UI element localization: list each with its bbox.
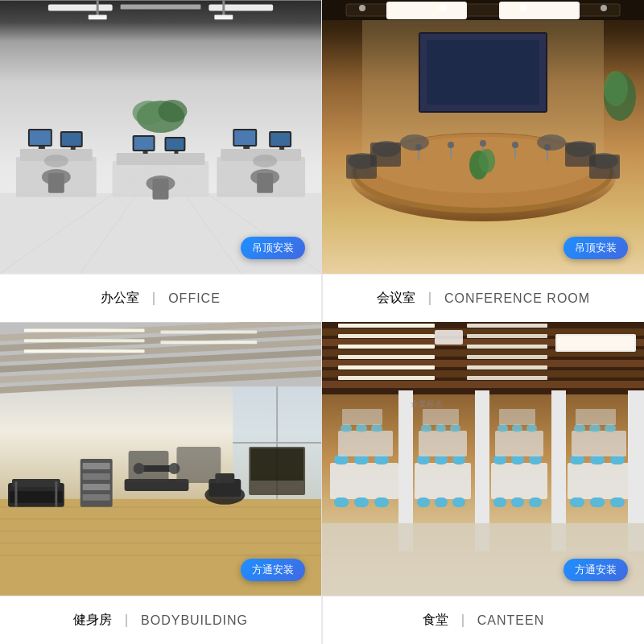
svg-rect-193 — [356, 424, 367, 432]
svg-point-77 — [479, 149, 495, 173]
gym-scene-svg — [0, 322, 321, 596]
svg-rect-115 — [12, 479, 60, 487]
svg-point-44 — [253, 155, 277, 167]
svg-rect-204 — [574, 424, 585, 432]
svg-point-71 — [480, 140, 486, 147]
svg-rect-175 — [435, 497, 448, 507]
svg-point-73 — [512, 142, 518, 148]
bottom-label-section: 健身房 ｜ BODYBUILDING 食堂 ｜ CANTEEN — [0, 596, 644, 644]
svg-rect-168 — [354, 497, 369, 507]
svg-text:企業标志: 企業标志 — [411, 399, 443, 408]
svg-rect-32 — [257, 173, 273, 193]
svg-rect-208 — [423, 409, 459, 425]
canteen-badge: 方通安装 — [564, 559, 628, 581]
svg-rect-22 — [48, 173, 64, 193]
svg-rect-143 — [338, 324, 435, 328]
svg-rect-202 — [526, 424, 537, 432]
top-label-section: 办公室 ｜ OFFICE 会议室 ｜ CONFERENCE ROOM — [0, 274, 644, 322]
conference-scene-svg — [322, 0, 644, 274]
svg-rect-184 — [568, 463, 636, 499]
svg-rect-9 — [121, 4, 201, 9]
svg-rect-196 — [421, 424, 431, 432]
office-english: OFFICE — [168, 291, 221, 306]
svg-point-61 — [604, 71, 628, 106]
svg-rect-149 — [467, 324, 547, 328]
svg-rect-195 — [419, 431, 467, 456]
svg-rect-145 — [338, 345, 435, 349]
svg-rect-198 — [450, 424, 460, 432]
svg-rect-203 — [572, 431, 626, 456]
svg-rect-120 — [83, 463, 110, 469]
gym-separator: ｜ — [120, 612, 133, 629]
svg-rect-42 — [153, 179, 169, 200]
svg-rect-19 — [62, 133, 81, 146]
svg-rect-46 — [89, 14, 107, 19]
svg-rect-183 — [529, 497, 542, 507]
svg-rect-176 — [452, 497, 465, 507]
svg-rect-102 — [24, 349, 145, 353]
office-label: 办公室 ｜ OFFICE — [0, 274, 322, 322]
canteen-scene-svg: 企業标志 — [322, 322, 644, 596]
conference-english: CONFERENCE ROOM — [444, 291, 590, 306]
svg-rect-131 — [129, 451, 169, 483]
canteen-chinese: 食堂 — [423, 612, 448, 629]
gym-badge: 方通安装 — [241, 559, 305, 581]
svg-rect-207 — [342, 409, 382, 425]
svg-rect-154 — [467, 376, 547, 380]
svg-rect-29 — [270, 133, 290, 146]
conference-badge: 吊顶安装 — [564, 237, 628, 259]
svg-rect-132 — [176, 447, 221, 483]
conference-image-cell: 吊顶安装 — [322, 0, 644, 274]
svg-rect-116 — [10, 491, 63, 503]
svg-rect-205 — [589, 424, 601, 432]
svg-rect-170 — [415, 463, 471, 499]
svg-rect-100 — [24, 328, 145, 332]
svg-rect-121 — [83, 473, 110, 480]
svg-rect-181 — [493, 497, 506, 507]
svg-rect-209 — [499, 409, 535, 425]
svg-rect-197 — [436, 424, 446, 432]
svg-rect-30 — [279, 147, 284, 150]
svg-rect-134 — [250, 448, 303, 481]
conference-separator: ｜ — [423, 290, 436, 307]
svg-rect-8 — [208, 4, 273, 10]
svg-rect-16 — [30, 130, 51, 145]
gym-chinese: 健身房 — [73, 612, 112, 629]
office-chinese: 办公室 — [101, 290, 139, 307]
office-separator: ｜ — [147, 290, 160, 307]
svg-rect-206 — [605, 424, 616, 432]
svg-rect-34 — [117, 153, 205, 165]
svg-point-83 — [537, 134, 566, 151]
svg-rect-146 — [338, 355, 435, 359]
svg-rect-150 — [467, 334, 547, 338]
svg-point-89 — [519, 4, 527, 12]
svg-rect-147 — [338, 365, 435, 369]
main-grid: 吊顶安装 — [0, 0, 644, 644]
svg-rect-210 — [576, 409, 616, 425]
svg-rect-7 — [48, 4, 113, 10]
svg-rect-17 — [39, 147, 45, 149]
svg-rect-47 — [222, 0, 225, 16]
svg-rect-199 — [495, 431, 543, 456]
svg-rect-36 — [134, 137, 154, 150]
svg-rect-101 — [24, 339, 145, 342]
svg-rect-123 — [83, 494, 110, 501]
svg-rect-157 — [435, 330, 463, 345]
svg-rect-182 — [511, 497, 524, 507]
svg-rect-27 — [243, 147, 250, 149]
svg-rect-167 — [334, 497, 349, 507]
svg-rect-169 — [374, 497, 389, 507]
svg-rect-26 — [234, 130, 255, 145]
svg-rect-142 — [322, 381, 644, 388]
svg-rect-151 — [467, 345, 547, 349]
canteen-label: 食堂 ｜ CANTEEN — [322, 596, 644, 644]
conference-chinese: 会议室 — [377, 290, 415, 307]
svg-rect-191 — [338, 431, 393, 456]
svg-rect-2 — [0, 193, 321, 274]
svg-rect-144 — [338, 334, 435, 338]
svg-point-69 — [448, 142, 454, 148]
svg-rect-103 — [161, 330, 258, 333]
svg-rect-201 — [512, 424, 522, 432]
svg-point-12 — [159, 100, 188, 122]
svg-rect-156 — [557, 336, 634, 350]
